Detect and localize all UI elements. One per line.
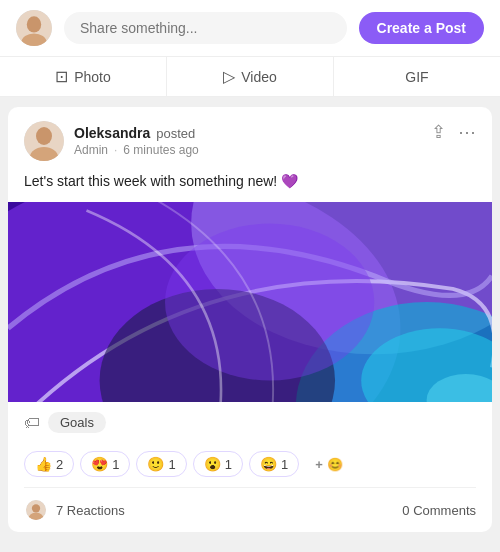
post-tags: 🏷 Goals (8, 402, 492, 443)
post-card: Oleksandra posted Admin · 6 minutes ago … (8, 107, 492, 532)
post-header: Oleksandra posted Admin · 6 minutes ago … (8, 107, 492, 171)
top-bar-avatar (16, 10, 52, 46)
reaction-emoji-1: 😍 (91, 456, 108, 472)
reaction-emoji-2: 🙂 (147, 456, 164, 472)
tab-gif[interactable]: GIF (334, 57, 500, 96)
post-time: 6 minutes ago (123, 143, 198, 157)
post-header-actions: ⇪ ⋯ (431, 121, 476, 143)
reaction-chip-1[interactable]: 😍 1 (80, 451, 130, 477)
video-icon: ▷ (223, 67, 235, 86)
post-meta: Oleksandra posted Admin · 6 minutes ago (74, 125, 199, 157)
reaction-chip-4[interactable]: 😄 1 (249, 451, 299, 477)
post-dot: · (114, 143, 117, 157)
reaction-count-2: 1 (168, 457, 175, 472)
tab-photo-label: Photo (74, 69, 111, 85)
post-role: Admin (74, 143, 108, 157)
reactions-summary: 7 Reactions (56, 503, 125, 518)
reaction-count-3: 1 (225, 457, 232, 472)
plus-icon: + (315, 457, 323, 472)
post-image-svg (8, 202, 492, 402)
top-bar: Create a Post (0, 0, 500, 57)
post-author: Oleksandra (74, 125, 150, 141)
add-reaction-button[interactable]: + 😊 (309, 453, 349, 476)
media-tabs: ⊡ Photo ▷ Video GIF (0, 57, 500, 97)
reaction-count-4: 1 (281, 457, 288, 472)
spacer (0, 97, 500, 107)
post-meta-top: Oleksandra posted (74, 125, 199, 141)
reaction-chip-3[interactable]: 😮 1 (193, 451, 243, 477)
share-icon[interactable]: ⇪ (431, 121, 446, 143)
more-icon[interactable]: ⋯ (458, 121, 476, 143)
reaction-count-0: 2 (56, 457, 63, 472)
tab-photo[interactable]: ⊡ Photo (0, 57, 167, 96)
photo-icon: ⊡ (55, 67, 68, 86)
reaction-chip-2[interactable]: 🙂 1 (136, 451, 186, 477)
post-image (8, 202, 492, 402)
reaction-emoji-0: 👍 (35, 456, 52, 472)
reactions-row: 👍 2 😍 1 🙂 1 😮 1 😄 1 + 😊 (8, 443, 492, 487)
footer-avatar-1 (24, 498, 48, 522)
post-text: Let's start this week with something new… (24, 171, 476, 192)
reaction-emoji-4: 😄 (260, 456, 277, 472)
create-post-button[interactable]: Create a Post (359, 12, 484, 44)
post-body: Let's start this week with something new… (8, 171, 492, 202)
tab-video[interactable]: ▷ Video (167, 57, 334, 96)
svg-point-11 (165, 224, 374, 381)
add-reaction-emoji: 😊 (327, 457, 343, 472)
comments-summary: 0 Comments (402, 503, 476, 518)
svg-point-15 (32, 504, 40, 512)
share-input[interactable] (64, 12, 347, 44)
post-footer: 7 Reactions 0 Comments (8, 488, 492, 532)
tag-goals[interactable]: Goals (48, 412, 106, 433)
post-action: posted (156, 126, 195, 141)
tab-gif-label: GIF (405, 69, 428, 85)
footer-avatars (24, 498, 48, 522)
post-meta-bottom: Admin · 6 minutes ago (74, 143, 199, 157)
reaction-count-1: 1 (112, 457, 119, 472)
svg-point-4 (36, 127, 52, 145)
tag-icon: 🏷 (24, 414, 40, 432)
tab-video-label: Video (241, 69, 277, 85)
svg-point-1 (27, 16, 41, 32)
footer-left: 7 Reactions (24, 498, 125, 522)
post-header-left: Oleksandra posted Admin · 6 minutes ago (24, 121, 199, 161)
post-avatar (24, 121, 64, 161)
reaction-chip-0[interactable]: 👍 2 (24, 451, 74, 477)
reaction-emoji-3: 😮 (204, 456, 221, 472)
